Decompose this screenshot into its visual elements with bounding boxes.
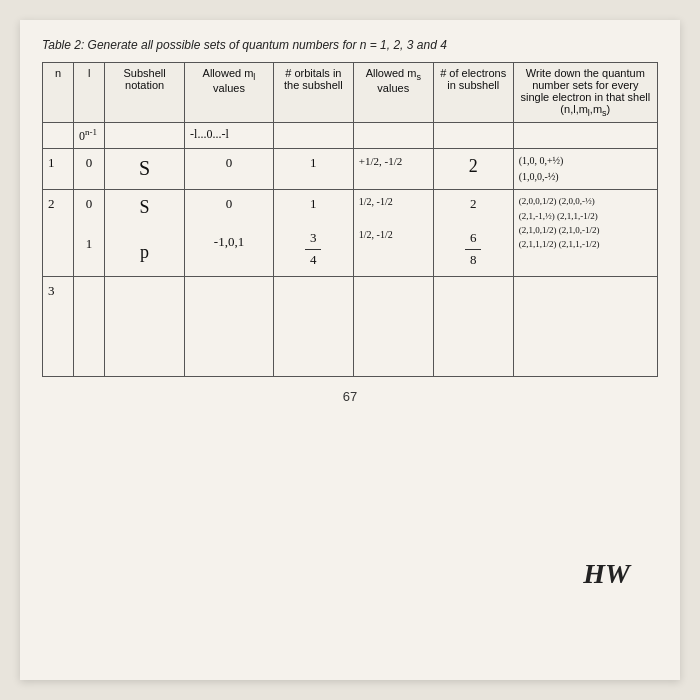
formula-l: 0n-1 bbox=[74, 123, 105, 149]
header-n: n bbox=[43, 63, 74, 123]
n1-write: (1,0, 0,+½) (1,0,0,-½) bbox=[513, 149, 657, 190]
n2-subshell: S p bbox=[105, 190, 185, 277]
n3-orbitals bbox=[273, 276, 353, 376]
n1-electrons: 2 bbox=[433, 149, 513, 190]
n1-ms: +1/2, -1/2 bbox=[353, 149, 433, 190]
row-n1: 1 0 S 0 1 +1/2, -1/2 2 (1,0, 0,+½) (1,0,… bbox=[43, 149, 658, 190]
n3-subshell bbox=[105, 276, 185, 376]
header-subshell: Subshell notation bbox=[105, 63, 185, 123]
formula-ml: -l...0...-l bbox=[185, 123, 274, 149]
header-l: l bbox=[74, 63, 105, 123]
header-ms: Allowed ms values bbox=[353, 63, 433, 123]
n3-ml bbox=[185, 276, 274, 376]
formula-ms bbox=[353, 123, 433, 149]
header-row: n l Subshell notation Allowed ml values … bbox=[43, 63, 658, 123]
n3-write bbox=[513, 276, 657, 376]
row-n2: 2 0 1 S p 0 -1,0,1 1 3 4 bbox=[43, 190, 658, 277]
n2-electrons: 2 6 8 bbox=[433, 190, 513, 277]
header-write: Write down the quantum number sets for e… bbox=[513, 63, 657, 123]
formula-write bbox=[513, 123, 657, 149]
page: Table 2: Generate all possible sets of q… bbox=[20, 20, 680, 680]
n2-ml: 0 -1,0,1 bbox=[185, 190, 274, 277]
formula-subshell bbox=[105, 123, 185, 149]
formula-row: 0n-1 -l...0...-l bbox=[43, 123, 658, 149]
hw-note: HW bbox=[583, 558, 630, 590]
table-title: Table 2: Generate all possible sets of q… bbox=[42, 38, 658, 52]
n1-subshell: S bbox=[105, 149, 185, 190]
formula-electrons bbox=[433, 123, 513, 149]
header-ml: Allowed ml values bbox=[185, 63, 274, 123]
n2-orbitals: 1 3 4 bbox=[273, 190, 353, 277]
formula-orbitals bbox=[273, 123, 353, 149]
page-number: 67 bbox=[42, 389, 658, 404]
quantum-numbers-table: n l Subshell notation Allowed ml values … bbox=[42, 62, 658, 377]
n3-l bbox=[74, 276, 105, 376]
n1-ml: 0 bbox=[185, 149, 274, 190]
n2-ms: 1/2, -1/2 1/2, -1/2 bbox=[353, 190, 433, 277]
n1-n: 1 bbox=[43, 149, 74, 190]
header-electrons: # of electrons in subshell bbox=[433, 63, 513, 123]
n1-l: 0 bbox=[74, 149, 105, 190]
n3-ms bbox=[353, 276, 433, 376]
n3-n: 3 bbox=[43, 276, 74, 376]
row-n3: 3 bbox=[43, 276, 658, 376]
n3-electrons bbox=[433, 276, 513, 376]
formula-n bbox=[43, 123, 74, 149]
n2-l: 0 1 bbox=[74, 190, 105, 277]
n2-write: (2,0,0,1/2) (2,0,0,-½) (2,1,-1,½) (2,1,1… bbox=[513, 190, 657, 277]
n2-n: 2 bbox=[43, 190, 74, 277]
header-orbitals: # orbitals in the subshell bbox=[273, 63, 353, 123]
n1-orbitals: 1 bbox=[273, 149, 353, 190]
